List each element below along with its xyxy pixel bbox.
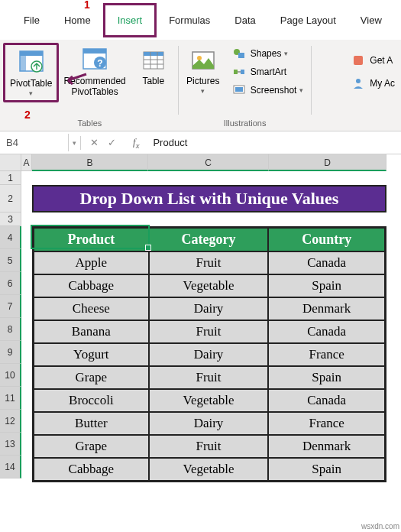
svg-rect-18	[234, 70, 238, 74]
chevron-down-icon: ▾	[201, 87, 205, 95]
table-cell[interactable]: Dairy	[149, 343, 269, 366]
get-addins-button[interactable]: Get A	[348, 49, 398, 72]
tab-data[interactable]: Data	[222, 5, 267, 35]
my-addins-button[interactable]: My Ac	[348, 72, 398, 95]
formula-input[interactable]: Product	[147, 134, 401, 151]
table-cell[interactable]: Vegetable	[149, 274, 269, 297]
table-row[interactable]: AppleFruitCanada	[34, 251, 385, 274]
table-cell[interactable]: Denmark	[268, 435, 385, 458]
smartart-button[interactable]: SmartArt	[228, 63, 309, 81]
pivottable-button[interactable]: PivotTable ▾	[3, 43, 59, 102]
table-header[interactable]: Product	[34, 228, 149, 251]
table-cell[interactable]: Cheese	[34, 297, 149, 320]
data-table[interactable]: ProductCategoryCountry AppleFruitCanadaC…	[32, 226, 386, 482]
row-header-5[interactable]: 5	[0, 249, 21, 272]
tab-formulas[interactable]: Formulas	[157, 5, 222, 35]
chevron-down-icon: ▾	[284, 50, 288, 57]
svg-rect-17	[238, 53, 244, 58]
table-cell[interactable]: Grape	[34, 366, 149, 389]
recommended-pivottables-button[interactable]: ? RecommendedPivotTables	[59, 43, 130, 101]
name-box[interactable]: B4	[0, 134, 69, 151]
table-row[interactable]: CheeseDairyDenmark	[34, 297, 385, 320]
table-row[interactable]: GrapeFruitDenmark	[34, 435, 385, 458]
row-header-11[interactable]: 11	[0, 387, 21, 410]
tab-file[interactable]: File	[11, 5, 52, 35]
row-header-3[interactable]: 3	[0, 212, 21, 226]
table-row[interactable]: CabbageVegetableSpain	[34, 458, 385, 481]
shapes-icon	[232, 47, 246, 60]
fx-icon[interactable]: fx	[125, 136, 147, 150]
tab-view[interactable]: View	[348, 5, 394, 35]
enter-formula-button[interactable]: ✓	[103, 137, 121, 148]
recommended-pivottables-icon: ?	[80, 46, 109, 75]
row-header-14[interactable]: 14	[0, 456, 21, 478]
table-row[interactable]: ButterDairyFrance	[34, 412, 385, 435]
row-header-7[interactable]: 7	[0, 295, 21, 318]
col-header-A[interactable]: A	[21, 154, 32, 171]
table-row[interactable]: CabbageVegetableSpain	[34, 274, 385, 297]
table-cell[interactable]: Yogurt	[34, 343, 149, 366]
table-cell[interactable]: Apple	[34, 251, 149, 274]
table-cell[interactable]: Vegetable	[149, 389, 269, 412]
select-all-corner[interactable]	[0, 154, 21, 171]
table-cell[interactable]: Cabbage	[34, 458, 149, 481]
table-cell[interactable]: Fruit	[149, 435, 269, 458]
table-row[interactable]: BroccoliVegetableCanada	[34, 389, 385, 412]
screenshot-icon	[232, 83, 246, 97]
table-cell[interactable]: France	[268, 412, 385, 435]
table-cell[interactable]: Banana	[34, 320, 149, 343]
worksheet-grid[interactable]: 1234567891011121314 ABCD Drop Down List …	[0, 154, 401, 532]
table-cell[interactable]: Denmark	[268, 297, 385, 320]
table-button[interactable]: Table	[131, 43, 176, 90]
table-header[interactable]: Country	[268, 228, 385, 251]
table-cell[interactable]: Spain	[268, 274, 385, 297]
tab-insert[interactable]: Insert	[103, 3, 157, 37]
table-cell[interactable]: Cabbage	[34, 274, 149, 297]
row-header-12[interactable]: 12	[0, 410, 21, 433]
table-cell[interactable]: Dairy	[149, 297, 269, 320]
table-cell[interactable]: France	[268, 343, 385, 366]
col-header-C[interactable]: C	[148, 154, 269, 171]
table-cell[interactable]: Vegetable	[149, 458, 269, 481]
table-row[interactable]: BananaFruitCanada	[34, 320, 385, 343]
table-cell[interactable]: Fruit	[149, 366, 269, 389]
table-cell[interactable]: Canada	[268, 320, 385, 343]
pivottable-label: PivotTable	[10, 79, 52, 89]
row-header-1[interactable]: 1	[0, 171, 21, 185]
my-addins-label: My Ac	[370, 78, 395, 89]
screenshot-button[interactable]: Screenshot▾	[228, 81, 309, 99]
pictures-button[interactable]: Pictures ▾	[180, 43, 226, 98]
row-header-8[interactable]: 8	[0, 318, 21, 341]
row-header-2[interactable]: 2	[0, 185, 21, 212]
svg-text:?: ?	[97, 58, 102, 69]
tab-pagelayout[interactable]: Page Layout	[268, 5, 348, 35]
table-cell[interactable]: Canada	[268, 389, 385, 412]
row-header-10[interactable]: 10	[0, 364, 21, 387]
cancel-formula-button[interactable]: ✕	[86, 137, 103, 148]
name-box-dropdown[interactable]: ▾	[69, 136, 81, 150]
formula-bar: B4 ▾ ✕ ✓ fx Product	[0, 131, 401, 154]
table-row[interactable]: GrapeFruitSpain	[34, 366, 385, 389]
table-cell[interactable]: Dairy	[149, 412, 269, 435]
table-cell[interactable]: Spain	[268, 366, 385, 389]
table-row[interactable]: YogurtDairyFrance	[34, 343, 385, 366]
row-header-6[interactable]: 6	[0, 272, 21, 295]
table-cell[interactable]: Grape	[34, 435, 149, 458]
table-cell[interactable]: Spain	[268, 458, 385, 481]
table-cell[interactable]: Fruit	[149, 320, 269, 343]
table-label: Table	[142, 76, 164, 87]
col-header-B[interactable]: B	[32, 154, 148, 171]
row-header-9[interactable]: 9	[0, 341, 21, 364]
row-header-4[interactable]: 4	[0, 226, 21, 249]
table-cell[interactable]: Fruit	[149, 251, 269, 274]
shapes-button[interactable]: Shapes▾	[228, 44, 309, 63]
table-cell[interactable]: Broccoli	[34, 389, 149, 412]
table-header[interactable]: Category	[149, 228, 269, 251]
svg-rect-21	[235, 87, 243, 92]
row-header-13[interactable]: 13	[0, 433, 21, 456]
tab-home[interactable]: Home	[52, 5, 103, 35]
table-cell[interactable]: Butter	[34, 412, 149, 435]
title-cell[interactable]: Drop Down List with Unique Values	[32, 185, 386, 212]
col-header-D[interactable]: D	[269, 154, 386, 171]
table-cell[interactable]: Canada	[268, 251, 385, 274]
